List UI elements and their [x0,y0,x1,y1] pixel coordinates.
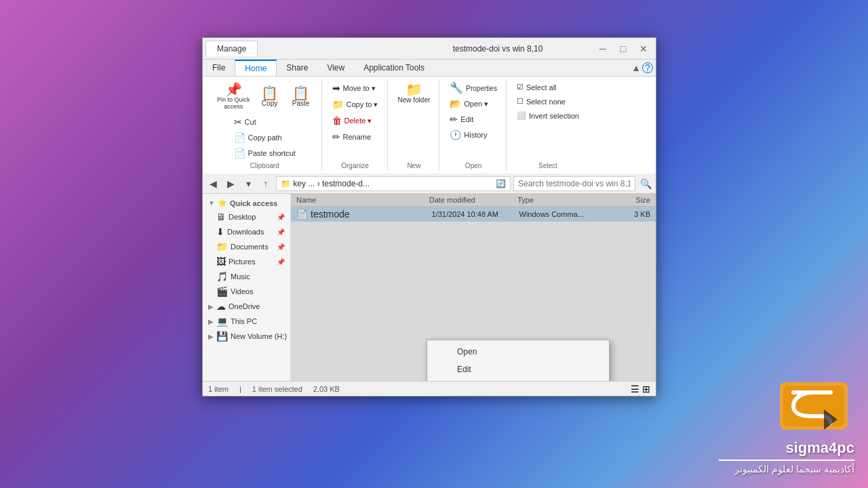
properties-button[interactable]: 🔧 Properties [446,81,500,96]
sidebar-pictures-label: Pictures [229,258,256,266]
invert-selection-button[interactable]: ⬜ Invert selection [513,109,583,122]
up-button[interactable]: ↑ [258,176,273,191]
new-folder-icon: 📁 [406,83,422,96]
pictures-icon: 🖼 [216,256,226,267]
pin-icon: 📌 [225,83,242,96]
sidebar-item-desktop[interactable]: 🖥 Desktop 📌 [203,209,290,224]
sidebar-videos-label: Videos [231,287,253,296]
explorer-window: Manage testmode-doi vs win 8,10 ─ □ ✕ Fi… [202,37,656,396]
ribbon-group-select: ☑ Select all ☐ Select none ⬜ Invert sele… [508,79,588,171]
organize-label: Organize [341,162,369,169]
ctx-open[interactable]: Open [427,343,609,361]
cut-button[interactable]: ✂ Cut [231,115,299,129]
sidebar-thispc-label: This PC [231,317,257,325]
history-button[interactable]: 🕐 History [446,127,500,142]
rename-button[interactable]: ✏ Rename [329,129,382,144]
view-large-icon-button[interactable]: ⊞ [642,384,650,394]
newvol-expand: ▶ [208,333,214,340]
ribbon-tab-view[interactable]: View [317,60,354,76]
videos-icon: 🎬 [216,286,228,297]
new-folder-button[interactable]: 📁 New folder [395,81,434,106]
title-controls: ─ □ ✕ [593,42,653,56]
sidebar-item-newvolume[interactable]: ▶ 💾 New Volume (H:) [203,329,290,344]
quick-access-label: Quick access [230,199,277,207]
ribbon-content: 📌 Pin to Quickaccess 📋 Copy 📋 Paste ✂ Cu… [203,77,656,174]
downloads-icon: ⬇ [216,226,224,237]
desktop-icon: 🖥 [216,211,226,222]
copy-icon: 📋 [261,86,278,100]
sidebar-item-downloads[interactable]: ⬇ Downloads 📌 [203,224,290,239]
paste-button[interactable]: 📋 Paste [286,84,316,109]
thispc-icon: 💻 [216,316,228,327]
copy-button[interactable]: 📋 Copy [255,84,285,109]
sidebar-music-label: Music [231,272,250,281]
open-button[interactable]: 📂 Open ▾ [446,96,500,111]
sidebar-quick-access[interactable]: ▼ ⭐ Quick access [203,197,290,209]
forward-button[interactable]: ▶ [223,176,238,191]
paste-shortcut-button[interactable]: 📄 Paste shortcut [231,146,299,161]
title-bar-tabs: Manage [205,41,397,56]
ribbon-tab-share[interactable]: Share [277,60,317,76]
ribbon-tab-apptools[interactable]: Application Tools [354,60,434,76]
sidebar-onedrive-label: OneDrive [229,302,260,310]
watermark: sigma4pc أكاديمية سيجما لعلوم الكمبيوتر [719,375,854,474]
pin-to-quick-access-button[interactable]: 📌 Pin to Quickaccess [214,81,254,112]
sidebar-item-pictures[interactable]: 🖼 Pictures 📌 [203,254,290,269]
search-button[interactable]: 🔍 [638,176,653,191]
delete-icon: 🗑 [332,115,342,126]
ctx-open-label: Open [457,347,477,357]
address-path[interactable]: 📁 key ... › testmode-d... 🔄 [276,176,511,191]
delete-button[interactable]: 🗑 Delete ▾ [329,113,382,128]
status-selected: 1 item selected [252,385,302,393]
sidebar-desktop-label: Desktop [229,213,256,221]
context-menu: Open Edit Print 🛡 Run as administrator 🛡 [427,340,610,381]
edit-icon: ✏ [450,114,458,125]
window-title: testmode-doi vs win 8,10 [402,44,593,54]
recent-button[interactable]: ▾ [241,176,256,191]
back-button[interactable]: ◀ [205,176,220,191]
ribbon-group-clipboard: 📌 Pin to Quickaccess 📋 Copy 📋 Paste ✂ Cu… [208,79,322,171]
ribbon-tabs: File Home Share View Application Tools ▲… [203,60,656,77]
maximize-button[interactable]: □ [614,42,633,56]
move-to-button[interactable]: ➡ Move to ▾ [329,81,382,96]
address-refresh-icon[interactable]: 🔄 [496,179,506,188]
main-area: ▼ ⭐ Quick access 🖥 Desktop 📌 ⬇ Downloads… [203,194,656,381]
sidebar: ▼ ⭐ Quick access 🖥 Desktop 📌 ⬇ Downloads… [203,194,291,381]
ribbon-collapse-icon[interactable]: ▲ [631,62,641,73]
sidebar-newvolume-label: New Volume (H:) [231,332,287,340]
minimize-button[interactable]: ─ [593,42,612,56]
file-area: Name Date modified Type Size 📄 testmode … [291,194,656,381]
onedrive-icon: ☁ [216,301,226,312]
sidebar-item-thispc[interactable]: ▶ 💻 This PC [203,314,290,329]
clipboard-btn-row: 📌 Pin to Quickaccess 📋 Copy 📋 Paste [214,81,316,112]
ctx-edit[interactable]: Edit [427,361,609,378]
cut-icon: ✂ [234,117,242,127]
select-all-button[interactable]: ☑ Select all [513,81,583,94]
ribbon-tab-file[interactable]: File [203,60,235,76]
ribbon-group-new: 📁 New folder New [389,79,440,171]
view-details-button[interactable]: ☰ [631,384,639,394]
ctx-print[interactable]: Print [427,378,609,381]
documents-icon: 📁 [216,241,228,252]
sigma-logo-svg [773,375,854,436]
new-label: New [407,162,420,169]
search-input[interactable] [513,176,635,191]
sidebar-item-documents[interactable]: 📁 Documents 📌 [203,239,290,254]
pin-indicator: 📌 [277,214,285,221]
sidebar-item-videos[interactable]: 🎬 Videos [203,284,290,299]
tab-manage[interactable]: Manage [205,41,258,56]
close-button[interactable]: ✕ [634,42,653,56]
sigma-brand: sigma4pc [786,439,855,457]
edit-button[interactable]: ✏ Edit [446,112,500,127]
copy-path-button[interactable]: 📄 Copy path [231,130,299,145]
copy-to-button[interactable]: 📁 Copy to ▾ [329,97,382,112]
address-bar: ◀ ▶ ▾ ↑ 📁 key ... › testmode-d... 🔄 🔍 [203,174,656,194]
status-size: 2.03 KB [313,385,340,393]
ribbon-help-icon[interactable]: ? [642,62,653,73]
sidebar-item-music[interactable]: 🎵 Music [203,269,290,284]
ribbon-tab-home[interactable]: Home [235,60,277,76]
select-none-button[interactable]: ☐ Select none [513,95,583,108]
sigma-arabic-text: أكاديمية سيجما لعلوم الكمبيوتر [734,464,854,474]
history-icon: 🕐 [450,129,461,140]
sidebar-item-onedrive[interactable]: ▶ ☁ OneDrive [203,299,290,314]
